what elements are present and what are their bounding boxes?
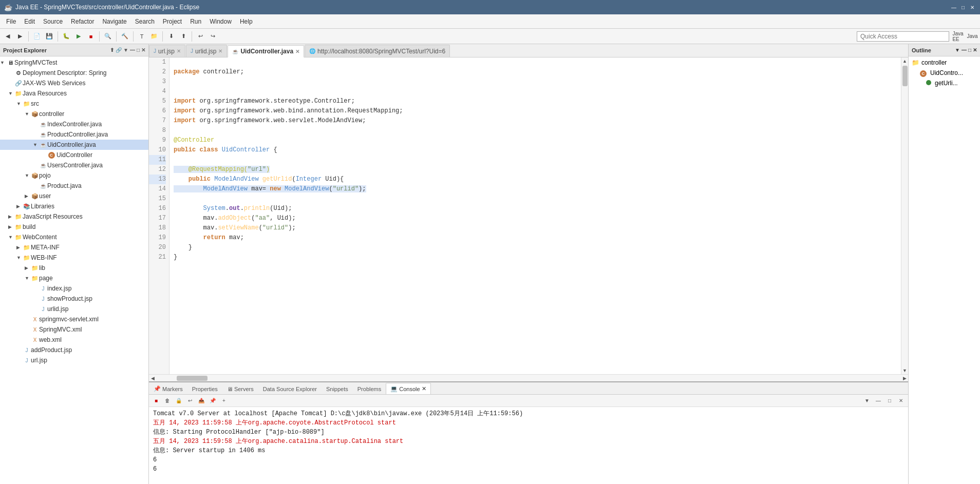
tree-item-springmvc-xml[interactable]: X springmvc-servlet.xml — [0, 314, 148, 324]
tree-item-springmvctest[interactable]: ▼ 🖥 SpringMVCTest — [0, 57, 148, 68]
console-menu-button[interactable]: ▼ — [862, 396, 872, 406]
tree-item-index-jsp[interactable]: J index.jsp — [0, 283, 148, 294]
console-max-button[interactable]: □ — [884, 396, 895, 406]
save-button[interactable]: 💾 — [44, 31, 55, 42]
tab-close-button[interactable]: ✕ — [177, 48, 181, 54]
tree-item-uidcontroller-class[interactable]: C UidController — [0, 150, 148, 160]
tree-item-product-java[interactable]: ☕ Product.java — [0, 181, 148, 191]
panel-menu-button[interactable]: ▼ — [123, 47, 128, 53]
window-controls[interactable]: — □ ✕ — [950, 4, 976, 11]
tree-item-java-resources[interactable]: ▼ 📁 Java Resources — [0, 88, 148, 99]
back-button[interactable]: ◀ — [2, 31, 13, 42]
panel-max-button[interactable]: □ — [137, 47, 140, 53]
code-content[interactable]: package controller; import org.springfra… — [169, 57, 901, 374]
tab-urlid-jsp[interactable]: J urlid.jsp ✕ — [186, 45, 227, 57]
tree-item-lib[interactable]: ▶ 📁 lib — [0, 263, 148, 273]
link-editor-button[interactable]: 🔗 — [116, 47, 122, 53]
run-button[interactable]: ▶ — [73, 31, 84, 42]
pin-console-button[interactable]: 📌 — [208, 396, 218, 406]
tree-arrow[interactable]: ▶ — [25, 193, 31, 199]
menu-project[interactable]: Project — [159, 16, 186, 27]
new-console-button[interactable]: + — [219, 396, 229, 406]
tab-browser[interactable]: 🌐 http://localhost:8080/SpringMVCTest/ur… — [305, 45, 450, 57]
scroll-down-arrow[interactable]: ▼ — [901, 367, 909, 374]
tab-datasource[interactable]: Data Source Explorer — [258, 383, 322, 394]
tree-arrow[interactable]: ▶ — [16, 245, 23, 250]
tree-arrow[interactable]: ▼ — [25, 173, 31, 178]
tree-arrow[interactable]: ▶ — [8, 214, 14, 219]
tree-arrow[interactable]: ▼ — [8, 235, 14, 240]
outline-close-button[interactable]: ✕ — [973, 47, 977, 53]
tree-item-build[interactable]: ▶ 📁 build — [0, 222, 148, 232]
perspective-javaee[interactable]: Java EE — [952, 31, 964, 42]
code-hscroll[interactable]: ◀ ▶ — [149, 374, 908, 381]
scroll-up-arrow[interactable]: ▲ — [901, 57, 909, 65]
tree-item-showproduct-jsp[interactable]: J showProduct.jsp — [0, 294, 148, 304]
tree-arrow[interactable]: ▼ — [25, 276, 31, 281]
tree-item-deployment[interactable]: ⚙ Deployment Descriptor: Spring — [0, 68, 148, 78]
tree-item-jaxws[interactable]: 🔗 JAX-WS Web Services — [0, 78, 148, 88]
tab-close-button[interactable]: ✕ — [295, 49, 299, 54]
menu-file[interactable]: File — [2, 16, 20, 27]
hscroll-right-arrow[interactable]: ▶ — [901, 375, 908, 382]
close-button[interactable]: ✕ — [969, 4, 976, 11]
prev-annotation-button[interactable]: ⬆ — [178, 31, 189, 42]
tree-item-libraries[interactable]: ▶ 📚 Libraries — [0, 201, 148, 211]
menu-edit[interactable]: Edit — [20, 16, 39, 27]
tree-item-urlid-jsp[interactable]: J urlid.jsp — [0, 304, 148, 314]
menu-search[interactable]: Search — [131, 16, 159, 27]
tree-item-web-xml[interactable]: X web.xml — [0, 335, 148, 345]
forward-button[interactable]: ▶ — [14, 31, 26, 42]
perspective-java[interactable]: Java — [967, 31, 978, 42]
outline-max-button[interactable]: □ — [968, 47, 971, 53]
menu-navigate[interactable]: Navigate — [98, 16, 130, 27]
outline-menu-button[interactable]: ▼ — [955, 47, 960, 53]
tree-item-userscontroller[interactable]: ☕ UsersController.java — [0, 160, 148, 170]
tree-item-controller-pkg[interactable]: ▼ 📦 controller — [0, 109, 148, 119]
tree-item-user-pkg[interactable]: ▶ 📦 user — [0, 191, 148, 201]
tab-markers[interactable]: 📌 Markers — [149, 383, 187, 394]
tree-item-uidcontroller-java[interactable]: ▼ ☕ UidController.java — [0, 140, 148, 150]
hscroll-left-arrow[interactable]: ◀ — [149, 375, 156, 382]
tree-arrow[interactable]: ▶ — [8, 224, 14, 229]
tree-item-pojo-pkg[interactable]: ▼ 📦 pojo — [0, 170, 148, 181]
tree-item-url-jsp[interactable]: J url.jsp — [0, 355, 148, 365]
outline-item-uidcontroller[interactable]: C UidContro... — [909, 68, 980, 78]
tab-snippets[interactable]: Snippets — [322, 383, 353, 394]
tree-arrow[interactable]: ▶ — [16, 204, 23, 209]
tree-item-springmvc2-xml[interactable]: X SpringMVC.xml — [0, 324, 148, 335]
panel-min-button[interactable]: — — [130, 47, 135, 53]
menu-window[interactable]: Window — [205, 16, 236, 27]
tree-item-page[interactable]: ▼ 📁 page — [0, 273, 148, 283]
tree-item-src[interactable]: ▼ 📁 src — [0, 99, 148, 109]
tree-arrow[interactable]: ▼ — [16, 255, 23, 260]
tab-console[interactable]: 💻 Console ✕ — [386, 383, 430, 394]
editor-scrollbar[interactable]: ▲ ▼ — [901, 57, 908, 374]
tree-item-addproduct-jsp[interactable]: J addProduct.jsp — [0, 345, 148, 355]
panel-close-button[interactable]: ✕ — [141, 47, 145, 53]
outline-min-button[interactable]: — — [962, 47, 967, 53]
outline-item-controller[interactable]: 📁 controller — [909, 57, 980, 68]
stop-button[interactable]: ■ — [85, 31, 97, 42]
tree-arrow[interactable]: ▼ — [25, 111, 31, 117]
menu-source[interactable]: Source — [39, 16, 67, 27]
open-console-button[interactable]: 📤 — [196, 396, 206, 406]
tree-arrow[interactable]: ▶ — [25, 265, 31, 270]
tab-url-jsp[interactable]: J url.jsp ✕ — [149, 45, 185, 57]
open-type-button[interactable]: T — [136, 31, 147, 42]
tab-uidcontroller-java[interactable]: ☕ UidController.java ✕ — [228, 45, 304, 57]
menu-refactor[interactable]: Refactor — [67, 16, 98, 27]
undo-button[interactable]: ↩ — [195, 31, 206, 42]
open-resource-button[interactable]: 📁 — [148, 31, 160, 42]
tab-close-button[interactable]: ✕ — [218, 48, 222, 54]
maximize-button[interactable]: □ — [959, 4, 967, 11]
stop-console-button[interactable]: ■ — [151, 396, 161, 406]
next-annotation-button[interactable]: ⬇ — [165, 31, 177, 42]
word-wrap-button[interactable]: ↩ — [185, 396, 195, 406]
menu-run[interactable]: Run — [186, 16, 205, 27]
minimize-button[interactable]: — — [950, 4, 957, 11]
tree-arrow[interactable]: ▼ — [0, 60, 6, 65]
search-tb-button[interactable]: 🔍 — [102, 31, 114, 42]
tree-arrow[interactable]: ▼ — [8, 91, 14, 96]
tree-arrow[interactable]: ▼ — [33, 142, 39, 147]
